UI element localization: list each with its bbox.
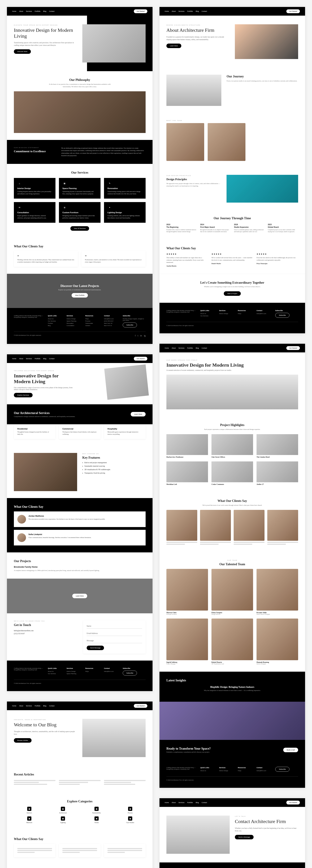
nav-item[interactable]: About [172, 802, 176, 803]
nav-item[interactable]: Blog [196, 802, 199, 803]
nav-item[interactable]: Contact [202, 347, 207, 349]
project-card[interactable]: Harborview Penthouse [166, 434, 208, 458]
nav-item[interactable]: Services [178, 347, 184, 349]
services-cta-button[interactable]: Learn More [131, 412, 146, 416]
footer-link[interactable]: FAQs [238, 770, 253, 772]
nav-item[interactable]: Services [178, 10, 184, 12]
footer-link[interactable]: New York, NY [104, 322, 119, 324]
footer-link[interactable]: About Us [200, 313, 216, 314]
footer-link[interactable]: Space Planning [67, 673, 82, 675]
footer-link[interactable]: Our Services [48, 320, 63, 322]
nav-item[interactable]: Contact [49, 10, 55, 12]
nav-item[interactable]: About [19, 10, 23, 12]
category-card[interactable]: ▣Case Studies [115, 816, 146, 824]
nav-item[interactable]: Portfolio [35, 10, 40, 12]
nav-item[interactable]: Contact [202, 802, 207, 803]
instagram-icon[interactable]: ig [144, 335, 146, 337]
nav-item[interactable]: About [172, 10, 176, 12]
project-card[interactable]: Meridian Loft [166, 461, 208, 485]
cta-button[interactable]: Start a Project [224, 291, 241, 296]
nav-item[interactable]: Blog [196, 347, 199, 349]
hero-cta-button[interactable]: Discover More [14, 49, 31, 54]
nav-item[interactable]: Blog [196, 10, 199, 12]
nav-item[interactable]: Home [12, 358, 16, 360]
nav-item[interactable]: Contact [202, 10, 207, 12]
nav-item[interactable]: Home [165, 10, 169, 12]
footer-link[interactable]: About Us [48, 318, 63, 319]
nav-item[interactable]: Contact [49, 358, 55, 360]
nav-item[interactable]: Portfolio [187, 802, 193, 803]
footer-link[interactable]: Careers [85, 325, 101, 327]
nav-cta[interactable]: Get Started [134, 704, 147, 708]
article-card[interactable] [14, 779, 56, 786]
category-card[interactable]: ▣Interiors [14, 807, 45, 814]
footer-link[interactable]: About Us [48, 671, 63, 672]
project-card[interactable]: Oak Street Offices [211, 434, 253, 458]
project-card[interactable]: Atelier 27 [256, 461, 298, 485]
footer-subscribe-button[interactable]: Subscribe [123, 671, 137, 676]
footer-link[interactable]: Process [85, 320, 101, 322]
nav-cta[interactable]: Get Started [134, 357, 147, 361]
footer-link[interactable]: Interior Design [219, 313, 234, 314]
nav-item[interactable]: Portfolio [187, 347, 193, 349]
project-card[interactable]: Cedar Commons [211, 461, 253, 485]
nav-item[interactable]: Blog [43, 358, 46, 360]
footer-link[interactable]: hello@firm.com [256, 313, 272, 314]
category-card[interactable]: ▣Trends [81, 816, 112, 824]
footer-link[interactable]: Interior Design [67, 671, 82, 672]
hero-cta-button[interactable]: Send a Message [235, 835, 253, 839]
message-input[interactable] [87, 638, 142, 643]
view-project-button[interactable]: Learn More [72, 594, 87, 598]
footer-link[interactable]: Our Services [48, 673, 63, 675]
nav-item[interactable]: Blog [43, 705, 46, 707]
hero-cta-button[interactable]: Explore Services [14, 393, 33, 397]
nav-cta[interactable]: Get Started [134, 9, 147, 13]
nav-item[interactable]: Blog [43, 10, 46, 12]
cta-button[interactable]: View Portfolio [72, 293, 88, 298]
nav-item[interactable]: Home [165, 347, 169, 349]
footer-link[interactable]: Blog [48, 325, 63, 327]
nav-item[interactable]: Home [12, 10, 16, 12]
nav-item[interactable]: About [19, 705, 23, 707]
nav-item[interactable]: Portfolio [35, 705, 40, 707]
footer-link[interactable]: FAQs [238, 313, 253, 314]
footer-link[interactable]: Renovation [67, 322, 82, 324]
footer-subscribe-button[interactable]: Subscribe [123, 322, 137, 328]
nav-item[interactable]: Home [12, 705, 16, 707]
nav-item[interactable]: About [172, 347, 176, 349]
project-card[interactable]: The Linden Hotel [256, 434, 298, 458]
nav-item[interactable]: Services [26, 705, 32, 707]
footer-link[interactable]: Our Services [200, 315, 216, 317]
footer-link[interactable]: Interior Design [219, 770, 234, 772]
hero-cta-button[interactable]: Browse Articles [14, 738, 32, 743]
nav-cta[interactable]: Get Started [286, 346, 300, 350]
hero-cta-button[interactable]: Learn More [166, 43, 181, 48]
article-card[interactable] [104, 779, 146, 786]
footer-link[interactable]: Portfolio [48, 322, 63, 324]
category-card[interactable]: ▣Materials [14, 816, 45, 824]
category-card[interactable]: ▣Process [115, 807, 146, 814]
nav-item[interactable]: Portfolio [35, 358, 40, 360]
footer-link[interactable]: Consultation [67, 325, 82, 327]
article-card[interactable] [59, 779, 101, 786]
nav-item[interactable]: Portfolio [187, 10, 193, 12]
footer-link[interactable]: hello@firm.com [104, 671, 119, 672]
footer-link[interactable]: Space Planning [67, 320, 82, 322]
nav-item[interactable]: Services [178, 802, 184, 803]
twitter-icon[interactable]: t [138, 335, 138, 337]
name-input[interactable] [87, 624, 142, 629]
category-card[interactable]: ▣Sustainability [81, 807, 112, 814]
facebook-icon[interactable]: f [135, 335, 136, 337]
category-card[interactable]: ▣Architecture [47, 807, 78, 814]
footer-link[interactable]: FAQs [85, 671, 101, 672]
services-cta-button[interactable]: View All Services [70, 226, 89, 231]
nav-cta[interactable]: Get Started [286, 801, 300, 804]
footer-link[interactable]: hello@firm.com [104, 318, 119, 319]
footer-link[interactable]: FAQs [85, 318, 101, 319]
nav-item[interactable]: Contact [49, 705, 55, 707]
nav-cta[interactable]: Get Started [286, 9, 300, 13]
footer-link[interactable]: Testimonials [85, 322, 101, 324]
linkedin-icon[interactable]: in [140, 335, 142, 337]
nav-item[interactable]: Services [26, 358, 32, 360]
submit-button[interactable]: Send Message [87, 646, 104, 650]
